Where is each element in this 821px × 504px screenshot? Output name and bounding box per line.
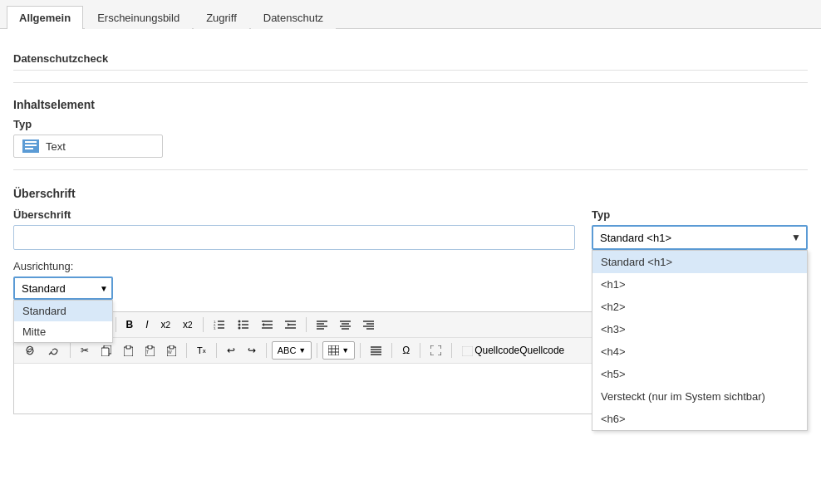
typ-option-h6[interactable]: <h6> [592, 408, 807, 430]
redo-btn[interactable]: ↪ [243, 341, 261, 360]
paste-btn[interactable] [119, 341, 138, 360]
paste-word-btn[interactable]: W [162, 341, 181, 360]
svg-rect-46 [328, 345, 339, 355]
clear-format-btn[interactable]: Tx [192, 341, 211, 360]
svg-point-13 [238, 324, 240, 326]
tab-allgemein[interactable]: Allgemein [7, 6, 83, 29]
special-chars-btn[interactable]: Ω [397, 341, 415, 360]
align-left-btn[interactable] [312, 316, 332, 334]
ordered-list-btn[interactable]: 1.2.3. [209, 316, 230, 334]
typ-option-h5[interactable]: <h5> [592, 363, 807, 385]
justify-btn[interactable] [366, 341, 386, 360]
indent-more-btn[interactable] [280, 316, 301, 334]
svg-point-14 [238, 327, 240, 330]
inhaltselement-section: Inhaltselement Typ Text [13, 91, 808, 170]
link-btn[interactable] [19, 341, 41, 360]
typ-label: Typ [13, 118, 808, 130]
svg-text:T: T [146, 350, 149, 355]
toolbar-sep-7 [266, 343, 267, 358]
svg-marker-22 [288, 323, 290, 326]
ueberschrift-section: Überschrift Überschrift Ausrichtung: Sta… [13, 179, 808, 423]
svg-rect-0 [25, 141, 37, 143]
svg-rect-2 [25, 148, 33, 149]
typ-option-standard-h1[interactable]: Standard <h1> [592, 251, 807, 273]
table-btn[interactable]: ▼ [322, 341, 355, 360]
typ-option-versteckt[interactable]: Versteckt (nur im System sichtbar) [592, 385, 807, 408]
main-container: Allgemein Erscheinungsbild Zugriff Daten… [0, 0, 821, 504]
bold-btn[interactable]: B [121, 316, 139, 334]
align-right-btn[interactable] [358, 316, 379, 334]
toolbar-sep-4 [70, 343, 71, 358]
ausrichtung-selected: Standard [22, 282, 66, 295]
tab-datenschutz[interactable]: Datenschutz [251, 6, 336, 29]
typ-option-h4[interactable]: <h4> [592, 340, 807, 363]
ueberschrift-section-title: Überschrift [13, 187, 808, 200]
typ-option-h1[interactable]: <h1> [592, 273, 807, 296]
undo-btn[interactable]: ↩ [222, 341, 240, 360]
align-center-btn[interactable] [335, 316, 356, 334]
tab-erscheinungsbild[interactable]: Erscheinungsbild [85, 6, 192, 29]
source-btn[interactable]: QuellcodeQuellcode [457, 341, 569, 360]
fullscreen-btn[interactable] [425, 341, 446, 360]
svg-text:W: W [168, 350, 172, 355]
ueberschrift-input[interactable] [13, 225, 575, 250]
ausrichtung-row: Ausrichtung: Standard ▼ Standard Mitte [13, 260, 575, 300]
svg-marker-18 [262, 323, 264, 326]
copy-btn[interactable] [96, 341, 116, 360]
tab-content: Datenschutzcheck Inhaltselement Typ Text… [0, 29, 821, 433]
tab-zugriff[interactable]: Zugriff [194, 6, 249, 29]
toolbar-sep-1 [116, 317, 116, 332]
typ-option-h2[interactable]: <h2> [592, 296, 807, 318]
svg-rect-44 [170, 345, 174, 349]
datenschutz-section: Datenschutzcheck [13, 39, 808, 83]
ausrichtung-label: Ausrichtung: [13, 260, 575, 272]
ueberschrift-field-label: Überschrift [13, 208, 575, 221]
toolbar-sep-11 [420, 343, 420, 358]
toolbar-sep-2 [203, 317, 204, 332]
unordered-list-btn[interactable] [233, 316, 254, 334]
typ-dropdown-list: Standard <h1> <h1> <h2> <h3> <h4> <h5> V… [592, 250, 808, 431]
svg-rect-41 [148, 345, 152, 349]
tab-bar: Allgemein Erscheinungsbild Zugriff Daten… [0, 0, 821, 29]
ausrichtung-dropdown-list: Standard Mitte [13, 300, 113, 343]
source-icon [462, 345, 473, 356]
toolbar-sep-5 [186, 343, 187, 358]
spellcheck-btn[interactable]: ABC ▼ [272, 341, 312, 360]
typ-dropdown-btn[interactable]: Standard <h1> [592, 225, 808, 250]
inhaltselement-title: Inhaltselement [13, 98, 808, 111]
toolbar-sep-3 [306, 317, 307, 332]
toolbar-sep-10 [391, 343, 392, 358]
table-chevron-icon: ▼ [342, 346, 349, 355]
spellcheck-chevron-icon: ▼ [298, 346, 306, 355]
italic-btn[interactable]: I [140, 316, 153, 334]
toolbar-sep-6 [216, 343, 217, 358]
ausrichtung-chevron-icon: ▼ [100, 284, 108, 293]
paste-text-btn[interactable]: T [140, 341, 160, 360]
text-type-icon [22, 139, 39, 153]
svg-text:3.: 3. [214, 326, 216, 330]
typ-option-h3[interactable]: <h3> [592, 318, 807, 340]
svg-rect-55 [462, 346, 473, 356]
svg-rect-1 [25, 144, 37, 146]
ueberschrift-fields: Überschrift Ausrichtung: Standard ▼ Stan… [13, 208, 808, 300]
toolbar-sep-8 [317, 343, 317, 358]
unlink-btn[interactable] [43, 341, 65, 360]
source-label: Quellcode [474, 345, 519, 356]
typ-dropdown-col: Typ Standard <h1> ▼ Standard <h1> <h1> <… [592, 208, 808, 250]
typ-dropdown[interactable]: Standard <h1> ▼ Standard <h1> <h1> <h2> … [592, 225, 808, 250]
subscript-btn[interactable]: x2 [156, 316, 176, 334]
ausrichtung-dropdown-btn[interactable]: Standard ▼ [13, 276, 113, 300]
typ-dropdown-label: Typ [592, 208, 808, 221]
svg-rect-39 [126, 345, 130, 349]
svg-point-12 [238, 321, 240, 323]
ausrichtung-option-standard[interactable]: Standard [14, 301, 112, 321]
ausrichtung-option-mitte[interactable]: Mitte [14, 321, 112, 342]
ausrichtung-dropdown[interactable]: Standard ▼ Standard Mitte [13, 276, 113, 300]
ueberschrift-left: Überschrift Ausrichtung: Standard ▼ Stan… [13, 208, 575, 300]
indent-less-btn[interactable] [257, 316, 278, 334]
cut-btn[interactable]: ✂ [76, 341, 94, 360]
datenschutz-title: Datenschutzcheck [13, 46, 808, 71]
superscript-btn[interactable]: x2 [178, 316, 198, 334]
type-value: Text [46, 140, 66, 153]
typ-selected-value: Standard <h1> [600, 232, 671, 244]
